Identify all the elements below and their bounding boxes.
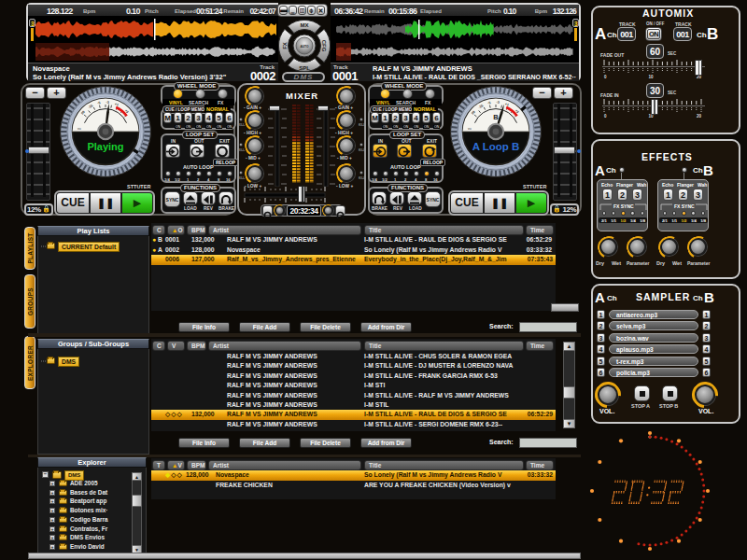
svg-text:CFG: CFG: [321, 40, 327, 52]
svg-text:20: 20: [697, 114, 702, 118]
svg-text:MX: MX: [301, 22, 309, 28]
svg-text:vu: vu: [78, 127, 81, 131]
svg-text:0: 0: [604, 75, 607, 78]
svg-text:A Loop B: A Loop B: [472, 141, 520, 152]
svg-text:-3: -3: [106, 101, 108, 105]
svg-text:Playing: Playing: [87, 141, 123, 152]
svg-text:vu: vu: [468, 127, 472, 131]
svg-text:0: 0: [604, 114, 607, 118]
svg-text:-3: -3: [496, 101, 499, 105]
svg-text:FX: FX: [282, 42, 288, 49]
svg-text:SPL: SPL: [299, 65, 310, 71]
svg-text:10: 10: [648, 75, 654, 78]
svg-text:AUTO: AUTO: [301, 45, 309, 49]
svg-text:B: B: [493, 113, 499, 121]
